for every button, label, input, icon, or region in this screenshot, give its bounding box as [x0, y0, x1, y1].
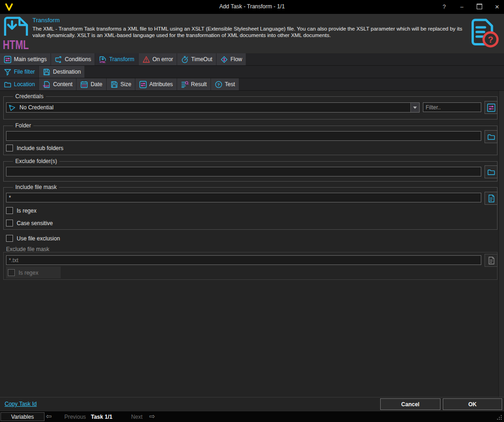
window-controls: ? – ✕ [441, 0, 500, 14]
credential-tag-icon [8, 104, 16, 112]
tab-label: Destination [53, 69, 81, 75]
tab-on-error[interactable]: On error [139, 53, 177, 65]
next-task-arrow-icon[interactable]: ⇨ [149, 412, 155, 421]
checkbox-box [6, 145, 13, 151]
include-file-mask-input[interactable] [6, 193, 481, 202]
tab-date[interactable]: Date [77, 78, 106, 90]
tab-flow[interactable]: Flow [217, 53, 246, 65]
is-regex-checkbox[interactable]: Is regex [6, 207, 37, 214]
document-icon [487, 194, 496, 203]
document-icon [487, 256, 496, 265]
help-button[interactable]: ? [441, 4, 447, 10]
credentials-legend: Credentials [13, 93, 46, 100]
transform-sub-tab-strip: File filter Destination [0, 66, 504, 78]
checkbox-box [6, 220, 13, 227]
tab-file-filter[interactable]: File filter [0, 66, 38, 78]
include-file-mask-legend: Include file mask [13, 184, 59, 190]
folder-browse-button[interactable] [485, 130, 498, 143]
variables-button[interactable]: Variables [0, 412, 45, 421]
tab-transform[interactable]: HTML Transform [95, 53, 138, 65]
credential-settings-button[interactable] [485, 101, 498, 114]
resize-grip[interactable] [501, 419, 502, 420]
case-sensitive-checkbox[interactable]: Case sensitive [6, 220, 53, 227]
tab-conditions[interactable]: Conditions [51, 53, 95, 65]
main-tab-strip: Main settings Conditions HTML Transform … [0, 53, 504, 66]
include-sub-folders-checkbox[interactable]: Include sub folders [6, 145, 64, 151]
checkbox-label: Is regex [19, 270, 38, 276]
folder-icon [4, 81, 12, 88]
exclude-file-mask-input[interactable] [6, 255, 481, 265]
task-nav-bar: Variables ⇦ Previous Task 1/1 Next ⇨ [0, 411, 504, 422]
tab-label: Transform [109, 56, 134, 63]
tab-label: Test [225, 81, 235, 88]
include-file-mask-group: Include file mask [3, 184, 498, 230]
tab-label: Flow [230, 56, 242, 63]
task-type-title: Transform [32, 17, 60, 24]
folder-input[interactable] [6, 131, 481, 141]
tab-size[interactable]: Size [107, 78, 135, 90]
text-document-icon: TEXT [43, 81, 51, 88]
title-bar: Add Task - Transform - 1/1 ? – ✕ [0, 0, 504, 14]
stopwatch-icon [181, 56, 189, 63]
tab-destination[interactable]: Destination [39, 66, 84, 78]
checkbox-label: Use file exclusion [17, 235, 60, 242]
use-file-exclusion-checkbox[interactable]: Use file exclusion [6, 235, 60, 242]
include-mask-file-button[interactable] [485, 192, 498, 205]
tab-location[interactable]: Location [0, 78, 38, 90]
test-question-glyph: ? [217, 82, 220, 87]
tab-label: On error [153, 56, 173, 63]
checkbox-box [6, 207, 13, 214]
tab-timeout[interactable]: TimeOut [177, 53, 216, 65]
exclude-mask-file-button [485, 254, 498, 267]
copy-task-id-link[interactable]: Copy Task Id [5, 401, 37, 407]
help-question-glyph: ? [488, 35, 493, 44]
documentation-help-icon[interactable]: ? [467, 17, 501, 50]
result-list-icon [181, 81, 189, 88]
location-panel: Credentials No Credential Folder Include… [0, 91, 504, 397]
credential-filter-input[interactable] [423, 102, 481, 112]
window-title: Add Task - Transform - 1/1 [0, 3, 504, 10]
html-file-icon: HTML [2, 15, 29, 51]
tab-result[interactable]: Result [177, 78, 211, 90]
tab-label: Conditions [65, 56, 91, 63]
settings-sliders-icon [487, 103, 496, 112]
exclusion-is-regex-checkbox: Is regex [8, 269, 38, 276]
ok-button[interactable]: OK [443, 398, 502, 410]
checkbox-box [6, 235, 13, 242]
save-disk-icon [43, 68, 51, 76]
folder-legend: Folder [13, 122, 33, 129]
maximize-icon [477, 4, 482, 9]
maximize-button[interactable] [476, 4, 483, 11]
credential-dropdown[interactable]: No Credential [6, 102, 420, 113]
file-filter-tab-strip: Location TEXT Content Date Size Attribut… [0, 78, 504, 91]
panel-right-edge [498, 91, 504, 397]
branch-arrows-icon [55, 56, 63, 63]
exclude-folders-input[interactable] [6, 167, 481, 176]
tab-attributes[interactable]: Attributes [135, 78, 177, 90]
minimize-button[interactable]: – [459, 4, 465, 10]
tab-content[interactable]: TEXT Content [39, 78, 76, 90]
tab-label: Attributes [149, 81, 173, 88]
tab-label: Date [90, 81, 102, 88]
previous-task-button[interactable]: Previous [60, 414, 90, 420]
close-button[interactable]: ✕ [494, 4, 500, 10]
next-task-button[interactable]: Next [126, 414, 148, 420]
task-counter: Task 1/1 [91, 414, 112, 420]
tab-main-settings[interactable]: Main settings [0, 53, 51, 65]
cancel-button[interactable]: Cancel [380, 398, 440, 410]
dropdown-arrow-button[interactable] [410, 103, 419, 112]
question-circle-icon: ? [215, 81, 223, 88]
checkbox-box [8, 269, 15, 276]
folder-icon [487, 168, 496, 176]
sliders-icon [139, 81, 147, 88]
tab-label: Location [14, 81, 35, 88]
task-description: The XML - Transform Task transforms a XM… [32, 26, 464, 38]
calendar-icon [80, 81, 88, 88]
tab-test[interactable]: ? Test [211, 78, 239, 90]
checkbox-label: Is regex [17, 208, 37, 214]
previous-task-arrow-icon[interactable]: ⇦ [46, 412, 52, 421]
checkbox-label: Include sub folders [17, 145, 64, 151]
exclude-folder-browse-button[interactable] [485, 165, 498, 178]
exclude-file-mask-label: Exclude file mask [6, 246, 49, 252]
folder-icon [487, 132, 496, 141]
